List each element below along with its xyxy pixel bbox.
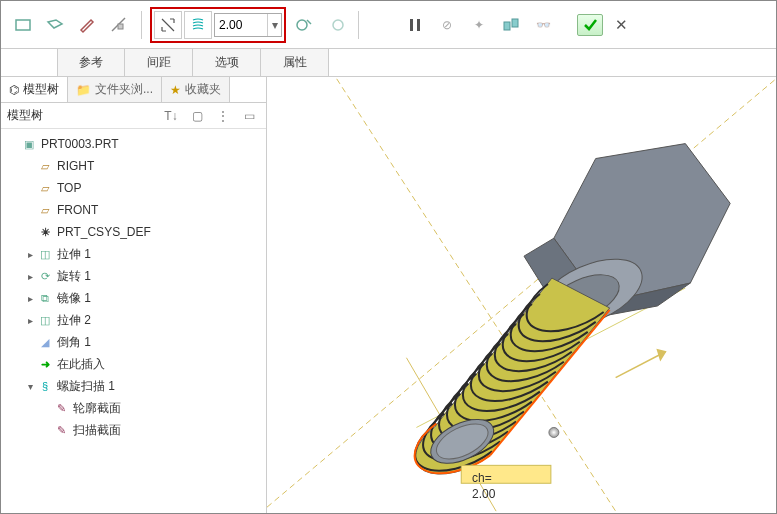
svg-rect-6 [504,22,510,30]
sketch-icon: ✎ [53,422,69,438]
tree-tool-1[interactable]: T↓ [160,106,182,126]
tree-node-right[interactable]: ▱RIGHT [1,155,266,177]
helix-icon: § [37,378,53,394]
node-label: 螺旋扫描 1 [57,378,115,395]
node-label: 扫描截面 [73,422,121,439]
star-tool-icon[interactable]: ✦ [465,11,493,39]
dim-label[interactable]: ch= 2.00 [472,471,495,501]
pitch-dropdown-icon[interactable]: ▾ [267,14,281,36]
tree-node-csys[interactable]: ✳PRT_CSYS_DEF [1,221,266,243]
ok-button[interactable] [577,14,603,36]
side-tab-label: 模型树 [23,81,59,98]
chamfer-icon: ◢ [37,334,53,350]
csys-icon: ✳ [37,224,53,240]
3d-viewport[interactable]: ch= 2.00 [267,77,776,513]
svg-point-2 [297,20,307,30]
pitch-value-field[interactable]: ▾ [214,13,282,37]
insert-icon: ➜ [37,356,53,372]
svg-rect-0 [16,20,30,30]
flip-icon[interactable] [290,11,318,39]
side-tab-label: 收藏夹 [185,81,221,98]
pitch-direction-icon[interactable] [154,11,182,39]
tree-node-mir1[interactable]: ▸⧉镜像 1 [1,287,266,309]
surface-icon[interactable] [9,11,37,39]
node-label: 旋转 1 [57,268,91,285]
svg-rect-5 [417,19,420,31]
section-icon[interactable] [105,11,133,39]
node-label: FRONT [57,203,98,217]
disable-icon[interactable]: ⊘ [433,11,461,39]
node-label: 在此插入 [57,356,105,373]
svg-line-19 [616,352,666,378]
tab-options[interactable]: 选项 [193,49,261,76]
tree-node-top[interactable]: ▱TOP [1,177,266,199]
side-tab-fav[interactable]: ★ 收藏夹 [162,77,230,102]
node-label: PRT_CSYS_DEF [57,225,151,239]
node-label: 倒角 1 [57,334,91,351]
svg-line-8 [267,79,776,507]
datum-icon: ▱ [37,158,53,174]
tree-node-cham[interactable]: ◢倒角 1 [1,331,266,353]
tree-icon: ⌬ [9,83,19,97]
sketch-icon: ✎ [53,400,69,416]
node-label: 拉伸 2 [57,312,91,329]
tree-node-ext2[interactable]: ▸◫拉伸 2 [1,309,266,331]
tree-node-helix[interactable]: ▾§螺旋扫描 1 [1,375,266,397]
tree-tool-4[interactable]: ▭ [238,106,260,126]
extrude-icon: ◫ [37,312,53,328]
extrude-icon: ◫ [37,246,53,262]
svg-rect-1 [118,24,123,29]
node-label: 镜像 1 [57,290,91,307]
side-tab-folder[interactable]: 📁 文件夹浏... [68,77,162,102]
node-label: TOP [57,181,81,195]
model-tree[interactable]: ▣PRT0003.PRT ▱RIGHT ▱TOP ▱FRONT ✳PRT_CSY… [1,129,266,513]
tree-root[interactable]: ▣PRT0003.PRT [1,133,266,155]
model-tree-panel: ⌬ 模型树 📁 文件夹浏... ★ 收藏夹 模型树 T↓ ▢ ⋮ ▭ ▣PRT0… [1,77,267,513]
edit-icon[interactable] [73,11,101,39]
tree-tool-2[interactable]: ▢ [186,106,208,126]
pause-icon[interactable] [401,11,429,39]
tab-pitch[interactable]: 间距 [125,49,193,76]
tree-node-ext1[interactable]: ▸◫拉伸 1 [1,243,266,265]
bolt-shank [415,278,609,474]
svg-rect-7 [512,19,518,27]
datum-icon: ▱ [37,180,53,196]
cancel-button[interactable]: ✕ [607,11,635,39]
boxes-icon[interactable] [497,11,525,39]
folder-icon: 📁 [76,83,91,97]
tree-node-profile[interactable]: ✎轮廓截面 [1,397,266,419]
glasses-icon[interactable]: 👓 [529,11,557,39]
tree-node-front[interactable]: ▱FRONT [1,199,266,221]
tree-node-rev1[interactable]: ▸⟳旋转 1 [1,265,266,287]
tree-title: 模型树 [7,107,43,124]
part-icon: ▣ [21,136,37,152]
svg-point-3 [333,20,343,30]
tree-node-insert[interactable]: ➜在此插入 [1,353,266,375]
node-label: 轮廓截面 [73,400,121,417]
flip2-icon[interactable] [322,11,350,39]
tree-node-sweep[interactable]: ✎扫描截面 [1,419,266,441]
svg-point-21 [549,427,559,437]
datum-icon: ▱ [37,202,53,218]
side-tab-model-tree[interactable]: ⌬ 模型树 [1,77,68,102]
svg-rect-4 [410,19,413,31]
star-icon: ★ [170,83,181,97]
pitch-control-group: ▾ [150,7,286,43]
node-label: PRT0003.PRT [41,137,119,151]
svg-marker-20 [657,350,665,360]
side-tab-label: 文件夹浏... [95,81,153,98]
node-label: RIGHT [57,159,94,173]
open-surface-icon[interactable] [41,11,69,39]
mirror-icon: ⧉ [37,290,53,306]
revolve-icon: ⟳ [37,268,53,284]
pitch-input[interactable] [215,18,267,32]
coil-icon[interactable] [184,11,212,39]
tab-reference[interactable]: 参考 [57,49,125,76]
node-label: 拉伸 1 [57,246,91,263]
tab-properties[interactable]: 属性 [261,49,329,76]
tree-tool-3[interactable]: ⋮ [212,106,234,126]
ribbon-tab-strip: 参考 间距 选项 属性 [1,49,776,77]
